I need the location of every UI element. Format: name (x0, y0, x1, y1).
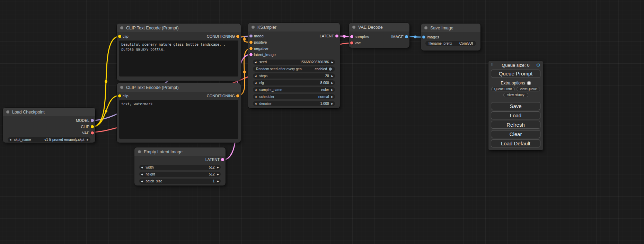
node-clip-text-encode-negative[interactable]: CLIP Text Encode (Prompt) clip CONDITION… (117, 83, 241, 143)
node-vae-decode[interactable]: VAE Decode samples IMAGE vae (349, 23, 409, 48)
widget-batch-size[interactable]: ◀ batch_size 1 ▶ (139, 179, 221, 184)
save-button[interactable]: Save (491, 102, 540, 110)
arrow-right-icon[interactable]: ▶ (332, 89, 333, 91)
collapse-dot-icon[interactable] (252, 26, 255, 29)
arrow-left-icon[interactable]: ◀ (255, 102, 256, 105)
prompt-textarea[interactable]: text, watermark (119, 100, 238, 139)
node-save-image[interactable]: Save Image images filename_prefix ComfyU… (421, 24, 480, 51)
widget-cfg[interactable]: ◀ cfg 8.000 ▶ (253, 80, 335, 85)
link-dot-latent-out (343, 35, 346, 38)
node-title: VAE Decode (358, 25, 383, 30)
queue-size-label: Queue size: 0 (495, 63, 536, 68)
queue-front-button[interactable]: Queue Front (491, 87, 515, 91)
link-dot-conditioning-negative (243, 71, 246, 73)
extra-options-row: Extra options (488, 81, 543, 85)
collapse-dot-icon[interactable] (120, 86, 123, 89)
widget-steps[interactable]: ◀ steps 20 ▶ (253, 73, 335, 79)
arrow-left-icon[interactable]: ◀ (141, 180, 143, 182)
collapse-dot-icon[interactable] (120, 26, 123, 29)
arrow-left-icon[interactable]: ◀ (255, 89, 256, 91)
node-load-checkpoint[interactable]: Load Checkpoint MODEL CLIP VAE ◀ ckpt_na… (3, 108, 95, 143)
arrow-right-icon[interactable]: ▶ (217, 166, 219, 169)
node-title-bar[interactable]: VAE Decode (349, 23, 409, 31)
collapse-dot-icon[interactable] (424, 26, 427, 29)
node-title-bar[interactable]: Load Checkpoint (3, 108, 95, 116)
input-dot-images[interactable] (422, 36, 425, 39)
arrow-right-icon[interactable]: ▶ (332, 96, 333, 98)
arrow-left-icon[interactable]: ◀ (9, 138, 11, 141)
link-dot-clip-negative (105, 110, 107, 112)
load-button[interactable]: Load (491, 111, 540, 119)
node-title-bar[interactable]: KSampler (248, 23, 340, 31)
input-dot-positive[interactable] (249, 41, 253, 44)
node-title-bar[interactable]: Save Image (421, 24, 480, 32)
output-dot-clip[interactable] (91, 125, 94, 128)
output-dot-latent[interactable] (221, 158, 224, 161)
output-dot-conditioning[interactable] (236, 94, 239, 98)
widget-ckpt-name[interactable]: ◀ ckpt_name v1-5-pruned-emaonly.ckpt ▶ (8, 137, 90, 142)
arrow-right-icon[interactable]: ▶ (87, 138, 89, 141)
arrow-left-icon[interactable]: ◀ (255, 75, 256, 77)
output-dot-image[interactable] (405, 35, 408, 38)
input-dot-samples[interactable] (350, 35, 353, 38)
arrow-left-icon[interactable]: ◀ (141, 173, 143, 175)
widget-sampler-name[interactable]: ◀ sampler_name euler ▶ (253, 87, 335, 92)
drag-handle-icon[interactable]: ⠿ (491, 63, 494, 67)
arrow-right-icon[interactable]: ▶ (332, 75, 333, 77)
node-title-bar[interactable]: CLIP Text Encode (Prompt) (117, 83, 241, 92)
slot-area: images (421, 32, 480, 40)
node-title-bar[interactable]: Empty Latent Image (134, 147, 226, 156)
arrow-right-icon[interactable]: ▶ (332, 61, 333, 63)
widget-width[interactable]: ◀ width 512 ▶ (139, 165, 221, 170)
output-slot-vae: VAE (3, 130, 95, 136)
extra-options-label: Extra options (501, 81, 525, 85)
clear-button[interactable]: Clear (491, 130, 540, 138)
slot-area: samples IMAGE vae (349, 31, 409, 46)
collapse-dot-icon[interactable] (138, 150, 141, 153)
input-dot-vae[interactable] (350, 42, 353, 45)
arrow-right-icon[interactable]: ▶ (332, 82, 333, 84)
collapse-dot-icon[interactable] (352, 26, 355, 29)
slot-area: model LATENT positive negative latent_im… (248, 31, 340, 58)
node-clip-text-encode-positive[interactable]: CLIP Text Encode (Prompt) clip CONDITION… (117, 24, 241, 81)
queue-small-buttons: Queue Front View Queue (491, 87, 540, 91)
output-slot-latent: LATENT (134, 156, 226, 163)
widget-random-seed-toggle[interactable]: Random seed after every gen enabled (253, 66, 335, 72)
arrow-left-icon[interactable]: ◀ (255, 61, 256, 63)
node-ksampler[interactable]: KSampler model LATENT positive negative … (248, 23, 340, 108)
arrow-left-icon[interactable]: ◀ (141, 166, 143, 169)
output-slot-model: MODEL (3, 117, 95, 124)
view-history-button[interactable]: View History (503, 93, 528, 97)
input-dot-negative[interactable] (249, 47, 253, 50)
widget-filename-prefix[interactable]: filename_prefix ComfyUI (425, 41, 476, 46)
view-queue-button[interactable]: View Queue (517, 87, 540, 91)
widget-denoise[interactable]: ◀ denoise 1.000 ▶ (253, 101, 335, 106)
extra-options-checkbox[interactable] (527, 81, 531, 85)
input-dot-clip[interactable] (118, 35, 121, 38)
arrow-left-icon[interactable]: ◀ (255, 82, 256, 84)
arrow-right-icon[interactable]: ▶ (217, 180, 219, 182)
input-dot-latent-image[interactable] (249, 53, 253, 56)
toggle-dot-icon[interactable] (329, 67, 332, 71)
load-default-button[interactable]: Load Default (491, 139, 540, 147)
settings-gear-icon[interactable]: ⚙ (536, 63, 540, 67)
output-dot-model[interactable] (91, 119, 94, 122)
arrow-left-icon[interactable]: ◀ (255, 96, 256, 98)
queue-prompt-button[interactable]: Queue Prompt (491, 70, 540, 78)
link-dot-clip-positive (105, 80, 107, 83)
refresh-button[interactable]: Refresh (491, 121, 540, 129)
collapse-dot-icon[interactable] (6, 110, 9, 114)
output-dot-latent[interactable] (335, 35, 338, 38)
node-title-bar[interactable]: CLIP Text Encode (Prompt) (117, 24, 241, 32)
arrow-right-icon[interactable]: ▶ (332, 102, 333, 105)
arrow-right-icon[interactable]: ▶ (217, 173, 219, 175)
input-dot-model[interactable] (249, 35, 253, 38)
widget-height[interactable]: ◀ height 512 ▶ (139, 172, 221, 177)
output-dot-conditioning[interactable] (236, 35, 239, 38)
output-dot-vae[interactable] (91, 132, 94, 135)
widget-seed[interactable]: ◀ seed 156680208700286 ▶ (253, 60, 335, 65)
widget-scheduler[interactable]: ◀ scheduler normal ▶ (253, 94, 335, 99)
input-dot-clip[interactable] (118, 94, 121, 98)
node-empty-latent-image[interactable]: Empty Latent Image LATENT ◀ width 512 ▶ … (134, 147, 226, 186)
prompt-textarea[interactable]: beautiful scenery nature glass bottle la… (119, 40, 238, 76)
